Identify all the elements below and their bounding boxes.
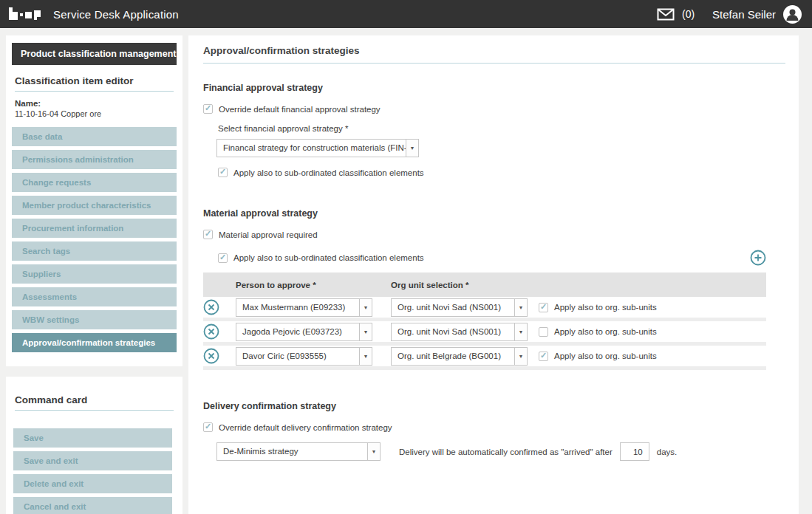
delivery-note-after: days. — [657, 448, 678, 456]
approver-row: Max Mustermann (E09233) ▼ Org. unit Novi… — [203, 297, 766, 321]
delivery-confirmation-heading: Delivery confirmation strategy — [203, 401, 785, 411]
chevron-down-icon: ▼ — [514, 299, 527, 316]
classification-editor-card: Product classification management Classi… — [6, 35, 182, 366]
divider — [203, 63, 785, 64]
sidebar-item-change-requests[interactable]: Change requests — [12, 173, 177, 192]
divider — [15, 91, 174, 92]
apply-org-subunits-label: Apply also to org. sub-units — [554, 352, 657, 360]
approver-row: Davor Ciric (E093555) ▼ Org. unit Belgra… — [203, 346, 766, 370]
command-card: Command card Save Save and exit Delete a… — [6, 377, 182, 514]
sidebar-item-base-data[interactable]: Base data — [12, 127, 177, 146]
financial-apply-row: Apply also to sub-ordinated classificati… — [218, 168, 785, 177]
financial-select-label: Select financial approval strategy * — [218, 124, 785, 133]
sidebar-item-suppliers[interactable]: Suppliers — [12, 264, 177, 284]
override-delivery-row: Override default delivery confirmation s… — [203, 422, 785, 432]
override-delivery-label: Override default delivery confirmation s… — [219, 423, 392, 432]
chevron-down-icon: ▼ — [359, 348, 372, 365]
mail-count: (0) — [682, 8, 695, 20]
col-org-unit-selection: Org unit selection * — [391, 281, 539, 289]
cancel-and-exit-button[interactable]: Cancel and exit — [13, 497, 172, 514]
material-required-row: Material approval required — [203, 230, 785, 239]
chevron-down-icon: ▼ — [367, 443, 380, 460]
financial-apply-checkbox[interactable] — [218, 168, 228, 177]
sidebar-item-procurement-information[interactable]: Procurement information — [12, 219, 177, 238]
name-label: Name: — [15, 99, 174, 108]
org-unit-select[interactable]: Org. unit Novi Sad (NS001) ▼ — [391, 298, 528, 317]
col-person-to-approve: Person to approve * — [236, 281, 391, 289]
financial-approval-heading: Financial approval strategy — [203, 83, 785, 93]
chevron-down-icon: ▼ — [359, 299, 372, 316]
material-approval-heading: Material approval strategy — [203, 208, 785, 219]
add-approver-button[interactable] — [750, 250, 766, 266]
material-required-checkbox[interactable] — [203, 230, 213, 239]
delivery-strategy-select[interactable]: De-Minimis strategy ▼ — [216, 442, 381, 461]
org-unit-select[interactable]: Org. unit Novi Sad (NS001) ▼ — [391, 323, 528, 341]
apply-org-subunits-checkbox[interactable] — [539, 327, 548, 337]
override-delivery-checkbox[interactable] — [203, 422, 213, 432]
approver-row: Jagoda Pejovic (E093723) ▼ Org. unit Nov… — [203, 321, 766, 346]
apply-org-subunits-label: Apply also to org. sub-units — [554, 303, 657, 312]
approvers-table: Person to approve * Org unit selection *… — [203, 273, 766, 370]
chevron-down-icon: ▼ — [514, 348, 527, 365]
delivery-note-before: Delivery will be automatically confirmed… — [399, 448, 613, 456]
override-financial-label: Override default financial approval stra… — [219, 105, 381, 114]
days-input[interactable] — [620, 442, 649, 461]
sidebar-item-member-product-characteristics[interactable]: Member product characteristics — [12, 196, 177, 215]
override-financial-row: Override default financial approval stra… — [203, 104, 785, 114]
org-unit-select[interactable]: Org. unit Belgrade (BG001) ▼ — [391, 347, 528, 366]
person-select[interactable]: Jagoda Pejovic (E093723) ▼ — [236, 323, 372, 341]
material-apply-row: Apply also to sub-ordinated classificati… — [203, 250, 766, 266]
sidebar-item-search-tags[interactable]: Search tags — [12, 241, 177, 261]
mail-icon[interactable] — [657, 8, 675, 21]
apply-org-subunits-label: Apply also to org. sub-units — [554, 327, 657, 336]
main-panel: Approval/confirmation strategies Financi… — [188, 35, 799, 514]
remove-approver-button[interactable] — [203, 323, 219, 340]
person-select[interactable]: Max Mustermann (E09233) ▼ — [236, 298, 372, 317]
chevron-down-icon: ▼ — [406, 140, 418, 157]
save-button[interactable]: Save — [13, 428, 172, 448]
app-title: Service Desk Application — [53, 8, 179, 21]
editor-title: Classification item editor — [15, 75, 174, 86]
panel-title: Product classification management — [12, 43, 177, 65]
user-name: Stefan Seiler — [712, 8, 776, 21]
command-card-title: Command card — [15, 394, 174, 405]
delivery-strategy-row: De-Minimis strategy ▼ Delivery will be a… — [216, 442, 785, 461]
apply-org-subunits-checkbox[interactable] — [539, 303, 548, 312]
chevron-down-icon: ▼ — [514, 323, 527, 340]
material-apply-checkbox[interactable] — [218, 253, 228, 263]
delete-and-exit-button[interactable]: Delete and exit — [13, 474, 172, 493]
sidebar-item-assessments[interactable]: Assessments — [12, 287, 177, 306]
sidebar-item-permissions-administration[interactable]: Permissions administration — [12, 150, 177, 169]
sidebar: Product classification management Classi… — [6, 35, 182, 514]
financial-strategy-select[interactable]: Financal strategy for construction mater… — [216, 139, 419, 157]
material-required-label: Material approval required — [219, 230, 318, 239]
approvers-table-header: Person to approve * Org unit selection * — [203, 273, 766, 297]
apply-org-subunits-checkbox[interactable] — [539, 352, 548, 361]
save-and-exit-button[interactable]: Save and exit — [13, 451, 172, 470]
chevron-down-icon: ▼ — [359, 323, 372, 340]
sidebar-item-approval-confirmation-strategies[interactable]: Approval/confirmation strategies — [12, 333, 177, 352]
name-value: 11-10-16-04 Copper ore — [15, 109, 174, 118]
material-apply-label: Apply also to sub-ordinated classificati… — [233, 253, 424, 262]
remove-approver-button[interactable] — [203, 299, 219, 315]
sidebar-item-wbw-settings[interactable]: WBW settings — [12, 310, 177, 329]
override-financial-checkbox[interactable] — [203, 104, 213, 114]
financial-apply-label: Apply also to sub-ordinated classificati… — [233, 168, 424, 177]
divider — [15, 410, 174, 411]
page-title: Approval/confirmation strategies — [203, 45, 785, 56]
app-logo-icon — [7, 6, 41, 22]
user-avatar[interactable] — [783, 5, 802, 24]
remove-approver-button[interactable] — [203, 348, 219, 364]
top-bar: Service Desk Application (0) Stefan Seil… — [0, 0, 812, 28]
person-select[interactable]: Davor Ciric (E093555) ▼ — [236, 347, 372, 366]
